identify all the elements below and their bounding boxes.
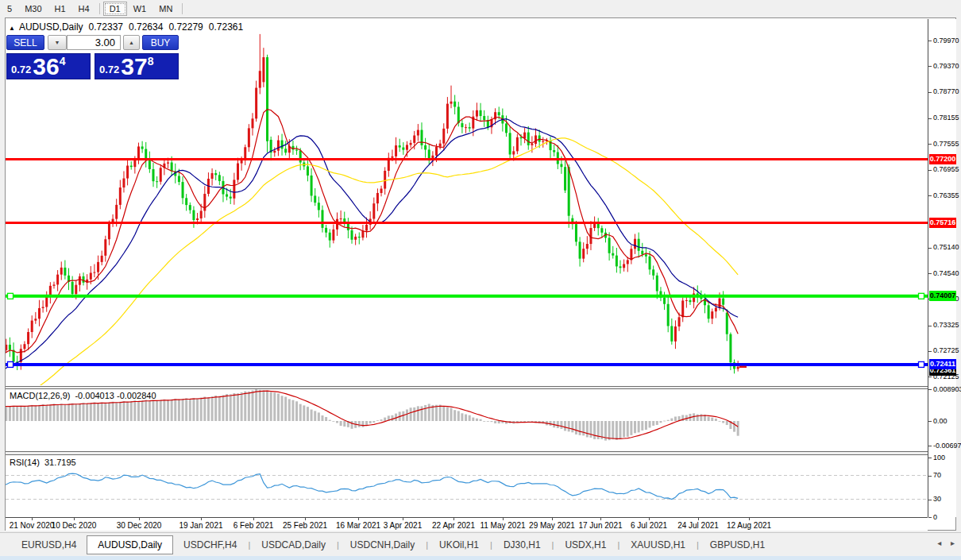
axis-tick-label: 0.75140 [933, 243, 959, 251]
date-tick-mark [503, 518, 504, 520]
tab-scroll-arrows: ◂ ▸ [930, 539, 955, 547]
collapse-arrow-icon[interactable]: ▲ [9, 25, 15, 32]
axis-tick-mark [928, 389, 932, 390]
date-label: 6 Feb 2021 [226, 521, 281, 530]
date-label: 10 Dec 2020 [46, 521, 102, 530]
ohlc-open: 0.72337 [89, 21, 123, 33]
macd-name: MACD(12,26,9) [10, 391, 70, 400]
axis-tick-mark [928, 476, 932, 477]
macd-values: -0.004013 -0.002840 [75, 391, 156, 400]
date-label: 30 Dec 2020 [111, 521, 167, 530]
date-tick-mark [600, 518, 601, 520]
axis-tick-label: 0.78155 [933, 114, 959, 122]
toolbar-separator [99, 3, 100, 14]
tab-dj30-h1[interactable]: DJ30,H1 [493, 536, 551, 554]
tab-usdcnh-daily[interactable]: USDCNH,Daily [340, 536, 425, 554]
buy-price-pip: 8 [148, 55, 154, 68]
tab-audusd-daily[interactable]: AUDUSD,Daily [87, 535, 173, 554]
application-window: 5M30H1H4D1W1MN 0.799700.793700.787700.78… [0, 0, 961, 560]
timeframe-button-d1[interactable]: D1 [103, 2, 127, 16]
axis-tick-mark [928, 195, 932, 196]
tab-eurusd-h4[interactable]: EURUSD,H4 [11, 536, 87, 554]
chart-header: ▲AUDUSD,Daily0.723370.726340.722790.7236… [9, 21, 243, 33]
buy-price-big: 37 [121, 54, 147, 79]
axis-tick-label: 0.79370 [933, 62, 959, 70]
axis-tick-mark [928, 248, 932, 249]
axis-tick-mark [928, 273, 932, 274]
timeframe-button-mn[interactable]: MN [152, 2, 179, 16]
axis-tick-label: 0.79970 [933, 37, 959, 44]
buy-button[interactable]: BUY [142, 35, 179, 50]
date-label: 11 May 2021 [475, 521, 531, 530]
timeframe-button-h1[interactable]: H1 [48, 2, 72, 16]
axis-tick-label: 70 [933, 471, 941, 479]
tab-scroll-right-icon[interactable]: ▸ [951, 539, 955, 547]
axis-tick-mark [928, 421, 932, 422]
rsi-value: 31.7195 [44, 458, 76, 467]
buy-price-prefix: 0.72 [99, 64, 119, 75]
date-tick-mark [358, 518, 359, 520]
buy-price-panel[interactable]: 0.72 37 8 [95, 53, 179, 79]
timeframe-button-w1[interactable]: W1 [127, 2, 153, 16]
date-tick-mark [139, 518, 140, 520]
ohlc-high: 0.72634 [129, 21, 163, 33]
volume-decrease-button[interactable]: ▼ [48, 35, 67, 50]
axis-tick-mark [928, 517, 932, 518]
axis-tick-label: 30 [933, 495, 941, 503]
sell-price-panel[interactable]: 0.72 36 4 [6, 53, 91, 79]
tab-usdcad-daily[interactable]: USDCAD,Daily [251, 536, 336, 554]
macd-label: MACD(12,26,9)-0.004013 -0.002840 [10, 391, 156, 400]
timeframe-button-h4[interactable]: H4 [72, 2, 96, 16]
symbol-label: AUDUSD,Daily [19, 21, 83, 33]
sell-button[interactable]: SELL [6, 35, 44, 50]
date-axis[interactable]: 21 Nov 202010 Dec 202030 Dec 202019 Jan … [6, 517, 928, 531]
axis-tick-label: 0.76955 [933, 165, 959, 173]
axis-tick-mark [928, 118, 932, 119]
timeframe-button-5[interactable]: 5 [1, 2, 18, 16]
price-level-badge: 0.75716 [929, 218, 956, 228]
tab-gbpusd-h1[interactable]: GBPUSD,H1 [700, 536, 775, 554]
axis-tick-mark [928, 326, 932, 326]
price-axis[interactable]: 0.799700.793700.787700.781550.775550.769… [928, 19, 956, 517]
axis-tick-mark [928, 170, 932, 171]
date-tick-mark [74, 518, 75, 520]
tab-ukoil-h1[interactable]: UKOil,H1 [429, 536, 489, 554]
axis-tick-label: 0.00 [933, 417, 947, 425]
axis-tick-label: 0.73325 [933, 321, 959, 329]
axis-tick-mark [928, 458, 932, 458]
axis-tick-mark [928, 144, 932, 145]
axis-tick-label: 0.78770 [933, 87, 959, 95]
one-click-trading-widget: SELL ▼ ▲ BUY 0.72 36 4 0.72 37 8 [6, 35, 179, 79]
date-label: 19 Jan 2021 [173, 521, 229, 530]
date-label: 6 Jul 2021 [621, 521, 677, 530]
sell-price-big: 36 [33, 54, 59, 79]
axis-tick-mark [928, 500, 932, 500]
date-label: 17 Jun 2021 [573, 521, 628, 530]
rsi-name: RSI(14) [10, 458, 40, 467]
price-level-badge: 0.72411 [929, 359, 956, 369]
window-bottom-edge [0, 556, 961, 560]
axis-tick-label: -0.006977 [933, 442, 961, 450]
date-tick-mark [403, 518, 403, 520]
price-level-badge: 0.74007 [929, 291, 956, 301]
volume-input[interactable] [67, 35, 121, 50]
volume-increase-button[interactable]: ▲ [123, 35, 140, 50]
timeframe-button-m30[interactable]: M30 [18, 2, 48, 16]
axis-tick-mark [928, 66, 932, 67]
date-tick-mark [305, 518, 306, 520]
price-level-badge: 0.77200 [929, 154, 956, 164]
date-tick-mark [32, 518, 33, 520]
date-label: 22 Apr 2021 [426, 521, 481, 530]
tab-usdx-h1[interactable]: USDX,H1 [554, 536, 616, 554]
rsi-pane[interactable] [6, 455, 928, 516]
tab-usdchf-h4[interactable]: USDCHF,H4 [173, 536, 247, 554]
date-label: 25 Feb 2021 [277, 521, 333, 530]
tab-scroll-left-icon[interactable]: ◂ [937, 539, 941, 547]
date-label: 29 May 2021 [524, 521, 580, 530]
date-tick-mark [201, 518, 202, 520]
date-tick-mark [649, 518, 650, 520]
tab-xauusd-h1[interactable]: XAUUSD,H1 [620, 536, 696, 554]
axis-tick-label: 0.72725 [933, 346, 959, 354]
date-label: 3 Apr 2021 [375, 521, 430, 530]
axis-tick-mark [928, 41, 932, 41]
